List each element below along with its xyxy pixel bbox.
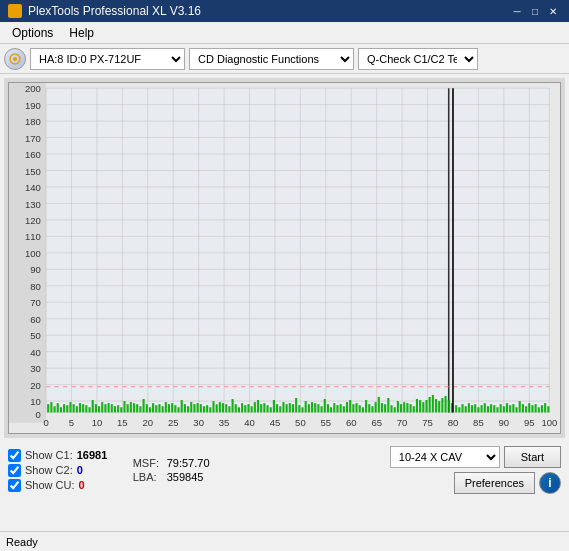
svg-text:10: 10 — [92, 417, 103, 428]
svg-rect-139 — [200, 404, 202, 412]
svg-rect-106 — [95, 404, 97, 412]
info-button[interactable]: i — [539, 472, 561, 494]
svg-rect-211 — [429, 397, 431, 412]
svg-rect-203 — [403, 402, 405, 412]
svg-rect-189 — [359, 405, 361, 412]
svg-rect-124 — [152, 403, 154, 412]
svg-text:50: 50 — [30, 330, 41, 341]
svg-rect-93 — [54, 406, 56, 412]
svg-rect-229 — [487, 406, 489, 412]
svg-text:90: 90 — [499, 417, 510, 428]
msf-group: MSF: 79:57.70 LBA: 359845 — [133, 457, 210, 483]
svg-rect-186 — [349, 400, 351, 412]
svg-rect-238 — [515, 407, 517, 412]
svg-rect-181 — [333, 403, 335, 412]
c1-value: 16981 — [77, 449, 117, 461]
svg-rect-193 — [371, 406, 373, 412]
svg-rect-248 — [547, 406, 549, 412]
svg-rect-161 — [270, 407, 272, 412]
svg-text:60: 60 — [346, 417, 357, 428]
chart-svg: 200 190 180 170 160 150 140 130 120 110 … — [9, 83, 560, 433]
svg-rect-169 — [295, 398, 297, 412]
menu-options[interactable]: Options — [4, 24, 61, 42]
svg-rect-100 — [76, 406, 78, 412]
svg-rect-131 — [174, 405, 176, 412]
svg-text:25: 25 — [168, 417, 179, 428]
svg-text:30: 30 — [30, 363, 41, 374]
svg-text:10: 10 — [30, 396, 41, 407]
svg-text:200: 200 — [25, 83, 41, 94]
svg-rect-231 — [493, 405, 495, 412]
svg-rect-92 — [50, 402, 52, 412]
svg-text:50: 50 — [295, 417, 306, 428]
svg-rect-198 — [387, 398, 389, 412]
preferences-button[interactable]: Preferences — [454, 472, 535, 494]
svg-rect-134 — [184, 404, 186, 412]
svg-text:15: 15 — [117, 417, 128, 428]
svg-rect-130 — [171, 403, 173, 412]
svg-rect-115 — [123, 401, 125, 412]
svg-rect-151 — [238, 407, 240, 412]
menu-help[interactable]: Help — [61, 24, 102, 42]
msf-value: 79:57.70 — [167, 457, 210, 469]
drive-icon[interactable] — [4, 48, 26, 70]
minimize-button[interactable]: ─ — [509, 3, 525, 19]
svg-rect-146 — [222, 403, 224, 412]
svg-rect-188 — [355, 403, 357, 412]
svg-rect-104 — [88, 407, 90, 412]
close-button[interactable]: ✕ — [545, 3, 561, 19]
svg-rect-142 — [209, 407, 211, 412]
svg-rect-210 — [425, 400, 427, 412]
svg-rect-156 — [254, 402, 256, 412]
svg-rect-129 — [168, 404, 170, 412]
speed-select[interactable]: 10-24 X CAV — [390, 446, 500, 468]
svg-rect-226 — [477, 407, 479, 412]
svg-rect-105 — [92, 400, 94, 412]
svg-rect-235 — [506, 403, 508, 412]
svg-rect-184 — [343, 406, 345, 412]
drive-select[interactable]: HA:8 ID:0 PX-712UF — [30, 48, 185, 70]
svg-rect-112 — [114, 406, 116, 412]
svg-rect-223 — [468, 403, 470, 412]
svg-text:20: 20 — [30, 380, 41, 391]
svg-text:110: 110 — [25, 232, 41, 243]
svg-rect-234 — [503, 406, 505, 412]
svg-rect-101 — [79, 403, 81, 412]
svg-text:5: 5 — [69, 417, 74, 428]
start-button[interactable]: Start — [504, 446, 561, 468]
svg-rect-175 — [314, 403, 316, 412]
show-cu-checkbox[interactable] — [8, 479, 21, 492]
svg-rect-212 — [432, 395, 434, 413]
svg-rect-167 — [289, 403, 291, 412]
menu-bar: Options Help — [0, 22, 569, 44]
svg-rect-135 — [187, 406, 189, 412]
maximize-button[interactable]: □ — [527, 3, 543, 19]
svg-rect-200 — [394, 407, 396, 412]
svg-rect-97 — [66, 405, 68, 412]
svg-rect-227 — [481, 405, 483, 412]
svg-rect-171 — [301, 407, 303, 412]
speed-row: 10-24 X CAV Start — [390, 446, 561, 468]
svg-rect-116 — [127, 404, 129, 412]
svg-rect-208 — [419, 400, 421, 412]
stats-row: Show C1: 16981 Show C2: 0 Show CU: 0 MSF… — [8, 446, 561, 494]
svg-rect-182 — [336, 405, 338, 412]
svg-rect-163 — [276, 404, 278, 412]
show-c1-checkbox[interactable] — [8, 449, 21, 462]
svg-rect-240 — [522, 404, 524, 412]
svg-rect-160 — [266, 405, 268, 412]
svg-text:0: 0 — [43, 417, 48, 428]
svg-text:100: 100 — [541, 417, 557, 428]
svg-rect-148 — [228, 406, 230, 412]
svg-rect-109 — [104, 404, 106, 412]
svg-rect-196 — [381, 403, 383, 412]
test-select[interactable]: Q-Check C1/C2 Test — [358, 48, 478, 70]
svg-rect-91 — [47, 404, 49, 412]
svg-rect-239 — [519, 401, 521, 412]
window-title: PlexTools Professional XL V3.16 — [28, 4, 509, 18]
svg-text:65: 65 — [371, 417, 382, 428]
show-c2-checkbox[interactable] — [8, 464, 21, 477]
svg-rect-127 — [162, 406, 164, 412]
svg-rect-95 — [60, 407, 62, 412]
function-select[interactable]: CD Diagnostic Functions — [189, 48, 354, 70]
